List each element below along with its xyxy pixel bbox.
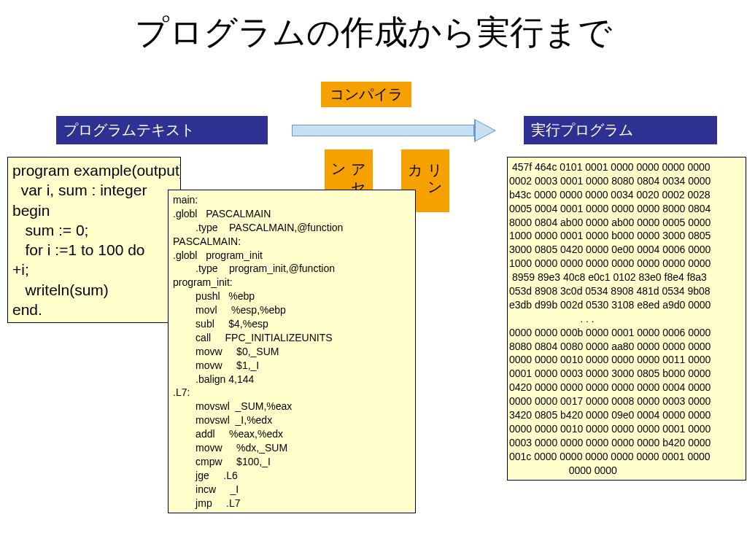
label-executable: 実行プログラム — [524, 116, 717, 144]
label-compiler: コンパイラ — [321, 82, 411, 107]
slide-title: プログラムの作成から実行まで — [0, 0, 747, 61]
source-code-box: program example(output); var i, sum : in… — [7, 157, 181, 323]
assembly-code-box: main: .globl PASCALMAIN .type PASCALMAIN… — [168, 190, 416, 513]
arrow-flow — [292, 122, 496, 139]
hex-dump-box: 457f 464c 0101 0001 0000 0000 0000 0000 … — [507, 157, 746, 481]
label-program-text: プログラムテキスト — [56, 116, 268, 144]
